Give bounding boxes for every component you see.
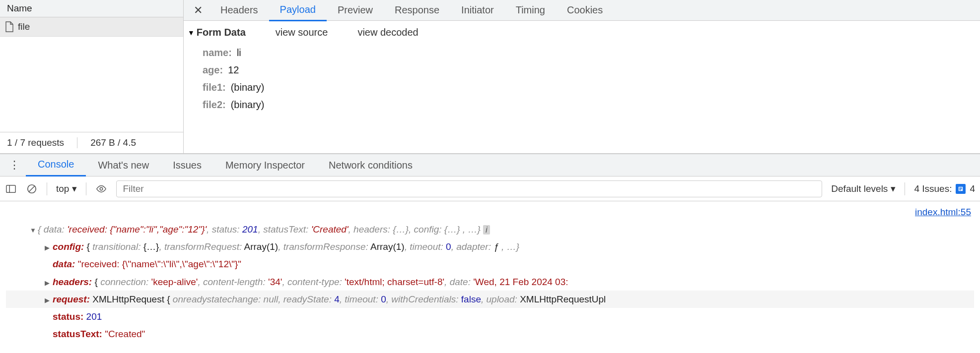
filter-input[interactable] bbox=[116, 180, 822, 197]
context-label: top bbox=[56, 183, 69, 194]
form-row: name: li bbox=[203, 44, 976, 61]
console-toolbar: top ▾ Default levels ▾ 4 Issues: 4 bbox=[0, 176, 980, 201]
svg-line-3 bbox=[29, 186, 35, 191]
request-detail-pane: ✕ Headers Payload Preview Response Initi… bbox=[184, 0, 980, 153]
form-data-label[interactable]: Form Data bbox=[197, 27, 246, 38]
form-value: (binary) bbox=[231, 82, 265, 93]
svg-rect-0 bbox=[6, 185, 15, 192]
drawer-tab-bar: ⋮ Console What's new Issues Memory Inspe… bbox=[0, 154, 980, 176]
form-data-header: ▼ Form Data view source view decoded bbox=[188, 27, 976, 38]
form-value: 12 bbox=[228, 64, 239, 76]
svg-rect-6 bbox=[960, 187, 963, 188]
tab-whats-new[interactable]: What's new bbox=[86, 155, 161, 176]
svg-rect-8 bbox=[960, 189, 962, 190]
tab-payload[interactable]: Payload bbox=[269, 0, 327, 21]
tab-memory-inspector[interactable]: Memory Inspector bbox=[213, 155, 317, 176]
network-request-list: Name file 1 / 7 requests 267 B / 4.5 bbox=[0, 0, 184, 153]
log-prop-request[interactable]: ▶ request: XMLHttpRequest { onreadystate… bbox=[6, 291, 974, 308]
close-icon[interactable]: ✕ bbox=[187, 4, 210, 17]
toggle-sidebar-icon[interactable] bbox=[5, 183, 17, 195]
file-icon bbox=[5, 21, 14, 32]
form-value: li bbox=[237, 47, 241, 59]
tab-console[interactable]: Console bbox=[26, 154, 86, 176]
form-key: file1: bbox=[203, 82, 226, 93]
console-output: index.html:55 ▼ { data: 'received: {"nam… bbox=[0, 201, 980, 343]
log-prop-config[interactable]: ▶ config: { transitional: {…}, transform… bbox=[6, 238, 974, 255]
log-prop-statustext[interactable]: statusText: "Created" bbox=[6, 325, 974, 343]
issues-count: 4 bbox=[970, 183, 975, 194]
request-name: file bbox=[18, 21, 30, 32]
log-prop-status[interactable]: status: 201 bbox=[6, 308, 974, 325]
chevron-down-icon: ▾ bbox=[891, 183, 896, 194]
kebab-menu-icon[interactable]: ⋮ bbox=[3, 159, 26, 172]
transfer-size: 267 B / 4.5 bbox=[90, 137, 136, 148]
tab-response[interactable]: Response bbox=[384, 0, 450, 20]
tab-timing[interactable]: Timing bbox=[505, 0, 556, 20]
view-source-link[interactable]: view source bbox=[276, 27, 328, 38]
form-row: file2: (binary) bbox=[203, 96, 976, 114]
tab-headers[interactable]: Headers bbox=[210, 0, 269, 20]
tab-issues[interactable]: Issues bbox=[161, 155, 213, 176]
chevron-down-icon: ▾ bbox=[72, 183, 77, 194]
source-link[interactable]: index.html:55 bbox=[6, 203, 974, 221]
disclosure-triangle-icon[interactable]: ▼ bbox=[188, 29, 195, 37]
request-row-file[interactable]: file bbox=[0, 17, 183, 37]
view-decoded-link[interactable]: view decoded bbox=[357, 27, 418, 38]
context-selector[interactable]: top ▾ bbox=[56, 183, 77, 194]
eye-icon[interactable] bbox=[95, 183, 107, 195]
expand-arrow-icon[interactable]: ▶ bbox=[45, 242, 53, 254]
tab-network-conditions[interactable]: Network conditions bbox=[317, 155, 424, 176]
tab-initiator[interactable]: Initiator bbox=[450, 0, 505, 20]
issues-indicator[interactable]: 4 Issues: 4 bbox=[914, 183, 975, 194]
log-prop-headers[interactable]: ▶ headers: { connection: 'keep-alive', c… bbox=[6, 273, 974, 291]
tab-cookies[interactable]: Cookies bbox=[556, 0, 614, 20]
svg-rect-7 bbox=[960, 188, 963, 189]
expand-arrow-icon[interactable]: ▼ bbox=[30, 225, 38, 236]
log-object-summary[interactable]: ▼ { data: 'received: {"name":"li","age":… bbox=[6, 221, 974, 238]
form-value: (binary) bbox=[231, 99, 265, 111]
form-key: name: bbox=[203, 47, 232, 59]
form-data-rows: name: li age: 12 file1: (binary) file2: … bbox=[188, 38, 976, 114]
info-icon[interactable]: i bbox=[483, 225, 490, 235]
log-prop-data[interactable]: data: "received: {\"name\":\"li\",\"age\… bbox=[6, 255, 974, 273]
detail-tab-bar: ✕ Headers Payload Preview Response Initi… bbox=[184, 0, 980, 21]
clear-console-icon[interactable] bbox=[26, 183, 38, 195]
payload-body: ▼ Form Data view source view decoded nam… bbox=[184, 21, 980, 118]
network-status-bar: 1 / 7 requests 267 B / 4.5 bbox=[0, 132, 183, 153]
expand-arrow-icon[interactable]: ▶ bbox=[45, 277, 53, 289]
issue-icon bbox=[956, 184, 966, 194]
column-header-name[interactable]: Name bbox=[0, 0, 183, 17]
tab-preview[interactable]: Preview bbox=[327, 0, 384, 20]
form-key: file2: bbox=[203, 99, 226, 111]
svg-point-4 bbox=[100, 187, 103, 190]
log-levels-selector[interactable]: Default levels ▾ bbox=[831, 183, 896, 194]
form-key: age: bbox=[203, 64, 223, 76]
form-row: age: 12 bbox=[203, 61, 976, 79]
requests-count: 1 / 7 requests bbox=[7, 137, 64, 148]
issues-label: 4 Issues: bbox=[914, 183, 952, 194]
request-rows: file bbox=[0, 17, 183, 132]
form-row: file1: (binary) bbox=[203, 79, 976, 96]
levels-label: Default levels bbox=[831, 183, 888, 194]
expand-arrow-icon[interactable]: ▶ bbox=[45, 294, 53, 306]
